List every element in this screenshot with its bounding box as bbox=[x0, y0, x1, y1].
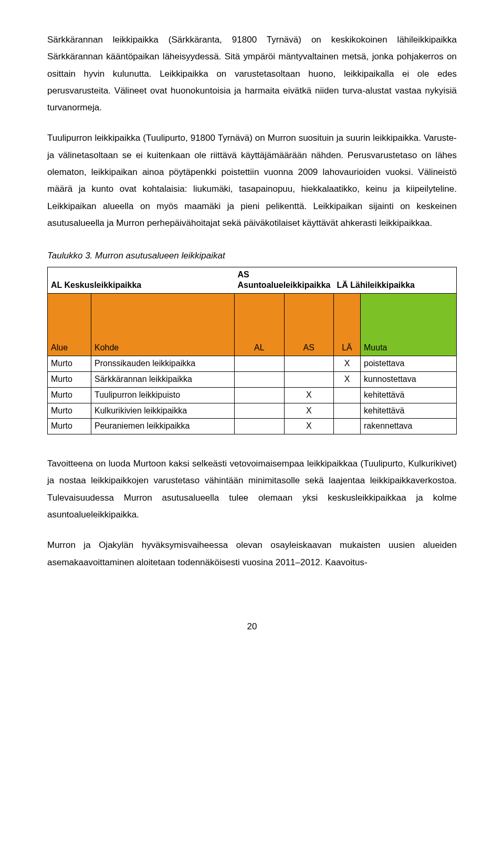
cell-as: X bbox=[284, 419, 333, 434]
header-as: AS bbox=[284, 294, 333, 356]
cell-kohde: Särkkärannan leikkipaikka bbox=[91, 371, 235, 387]
header-al: AL bbox=[235, 294, 284, 356]
cell-area: Murto bbox=[48, 356, 91, 372]
paragraph-4: Murron ja Ojakylän hyväksymisvaiheessa o… bbox=[47, 537, 457, 571]
cell-as bbox=[284, 356, 333, 372]
cell-al bbox=[235, 356, 284, 372]
cell-kohde: Kulkurikivien leikkipaikka bbox=[91, 403, 235, 419]
paragraph-2: Tuulipurron leikkipaikka (Tuulipurto, 91… bbox=[47, 130, 457, 232]
cell-muuta: kunnostettava bbox=[361, 371, 457, 387]
cell-la: X bbox=[334, 356, 361, 372]
header-area: Alue bbox=[48, 294, 91, 356]
header-la: LÄ bbox=[334, 294, 361, 356]
table-header-row: Alue Kohde AL AS LÄ Muuta bbox=[48, 294, 457, 356]
cell-la bbox=[334, 403, 361, 419]
cell-kohde: Pronssikauden leikkipaikka bbox=[91, 356, 235, 372]
cell-muuta: rakennettava bbox=[361, 419, 457, 434]
legend-la: LÄ Lähileikkipaikka bbox=[334, 267, 457, 294]
table-row: Murto Tuulipurron leikkipuisto X kehitet… bbox=[48, 387, 457, 403]
cell-al bbox=[235, 387, 284, 403]
cell-muuta: kehitettävä bbox=[361, 403, 457, 419]
cell-la bbox=[334, 387, 361, 403]
table-row: Murto Kulkurikivien leikkipaikka X kehit… bbox=[48, 403, 457, 419]
table-caption: Taulukko 3. Murron asutusalueen leikkipa… bbox=[47, 247, 457, 264]
paragraph-1: Särkkärannan leikkipaikka (Särkkäranta, … bbox=[47, 32, 457, 116]
header-kohde: Kohde bbox=[91, 294, 235, 356]
page-number: 20 bbox=[47, 618, 457, 635]
table-row: Murto Särkkärannan leikkipaikka X kunnos… bbox=[48, 371, 457, 387]
cell-as: X bbox=[284, 403, 333, 419]
cell-al bbox=[235, 371, 284, 387]
cell-la: X bbox=[334, 371, 361, 387]
cell-area: Murto bbox=[48, 371, 91, 387]
cell-as bbox=[284, 371, 333, 387]
legend-as: AS Asuntoalueleikkipaikka bbox=[235, 267, 334, 294]
cell-al bbox=[235, 419, 284, 434]
cell-area: Murto bbox=[48, 403, 91, 419]
paragraph-3: Tavoitteena on luoda Murtoon kaksi selke… bbox=[47, 455, 457, 523]
cell-kohde: Tuulipurron leikkipuisto bbox=[91, 387, 235, 403]
header-muuta: Muuta bbox=[361, 294, 457, 356]
playground-table: AL Keskusleikkipaikka AS Asuntoalueleikk… bbox=[47, 267, 457, 435]
cell-la bbox=[334, 419, 361, 434]
cell-as: X bbox=[284, 387, 333, 403]
legend-al: AL Keskusleikkipaikka bbox=[48, 267, 235, 294]
table-legend-row: AL Keskusleikkipaikka AS Asuntoalueleikk… bbox=[48, 267, 457, 294]
cell-area: Murto bbox=[48, 387, 91, 403]
cell-area: Murto bbox=[48, 419, 91, 434]
table-row: Murto Pronssikauden leikkipaikka X poist… bbox=[48, 356, 457, 372]
cell-kohde: Peuraniemen leikkipaikka bbox=[91, 419, 235, 434]
cell-muuta: kehitettävä bbox=[361, 387, 457, 403]
cell-al bbox=[235, 403, 284, 419]
cell-muuta: poistettava bbox=[361, 356, 457, 372]
table-row: Murto Peuraniemen leikkipaikka X rakenne… bbox=[48, 419, 457, 434]
